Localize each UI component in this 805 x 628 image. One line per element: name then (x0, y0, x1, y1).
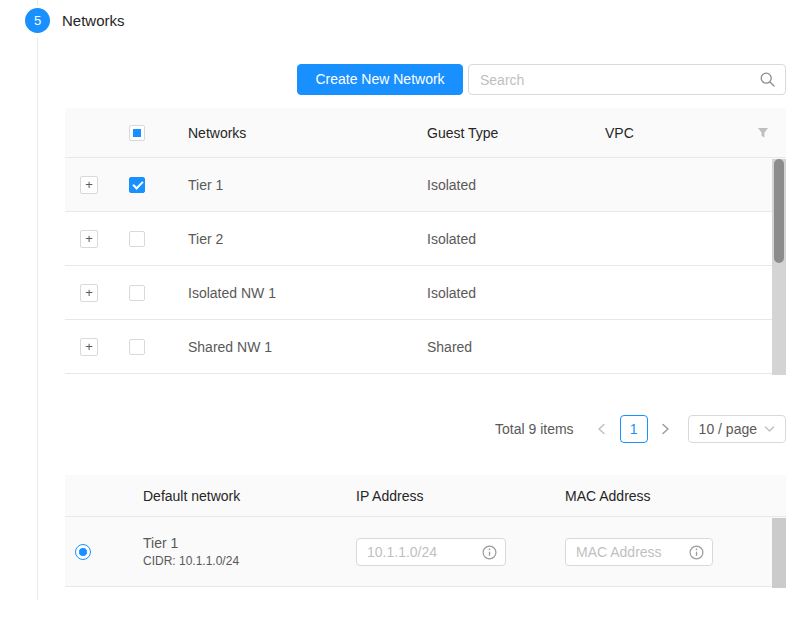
network-name: Tier 1 (161, 177, 411, 193)
column-header-guest-type: Guest Type (411, 125, 589, 141)
default-network-table: Default network IP Address MAC Address T… (65, 475, 786, 587)
search-box (468, 64, 786, 95)
ip-address-field (356, 538, 506, 566)
select-all-checkbox[interactable] (129, 125, 145, 141)
network-name: Tier 2 (161, 231, 411, 247)
step-connector-top (37, 0, 38, 5)
filter-icon[interactable] (757, 127, 769, 139)
expand-row-button[interactable]: + (80, 338, 98, 356)
networks-table-header: Networks Guest Type VPC (65, 108, 786, 158)
page-size-select[interactable]: 10 / page (688, 415, 786, 443)
info-icon (689, 545, 704, 560)
search-icon[interactable] (760, 72, 775, 87)
expand-row-button[interactable]: + (80, 176, 98, 194)
previous-page-button[interactable] (590, 415, 614, 443)
next-page-button[interactable] (654, 415, 678, 443)
page-number-button[interactable]: 1 (620, 415, 648, 443)
guest-type: Isolated (411, 285, 589, 301)
mac-address-field (565, 538, 713, 566)
guest-type: Shared (411, 339, 589, 355)
default-network-cidr: CIDR: 10.1.1.0/24 (143, 554, 340, 568)
page-size-value: 10 / page (699, 421, 757, 437)
default-network-name: Tier 1 (143, 535, 340, 551)
column-header-networks: Networks (161, 125, 411, 141)
scrollbar-thumb[interactable] (774, 159, 784, 263)
table-row[interactable]: + Shared NW 1 Shared (65, 320, 786, 374)
row-checkbox[interactable] (129, 285, 145, 301)
column-header-ip-address: IP Address (340, 488, 549, 504)
row-checkbox[interactable] (129, 339, 145, 355)
pagination: Total 9 items 1 10 / page (495, 415, 786, 443)
column-header-default-network: Default network (121, 488, 340, 504)
table-row[interactable]: + Tier 1 Isolated (65, 158, 786, 212)
column-header-mac-address: MAC Address (549, 488, 786, 504)
guest-type: Isolated (411, 231, 589, 247)
default-network-row[interactable]: Tier 1 CIDR: 10.1.1.0/24 (65, 517, 786, 587)
step-connector-line (37, 37, 38, 600)
pagination-total: Total 9 items (495, 421, 574, 437)
column-header-vpc: VPC (589, 125, 739, 141)
expand-row-button[interactable]: + (80, 230, 98, 248)
row-checkbox[interactable] (129, 231, 145, 247)
search-input[interactable] (469, 65, 785, 94)
step-title: Networks (62, 12, 125, 29)
table-scrollbar[interactable] (772, 159, 786, 375)
chevron-left-icon (597, 423, 606, 435)
step-number-badge: 5 (25, 8, 50, 33)
table-row[interactable]: + Tier 2 Isolated (65, 212, 786, 266)
chevron-down-icon (764, 425, 775, 433)
chevron-right-icon (661, 423, 670, 435)
default-network-table-header: Default network IP Address MAC Address (65, 475, 786, 517)
guest-type: Isolated (411, 177, 589, 193)
network-name: Shared NW 1 (161, 339, 411, 355)
default-network-radio[interactable] (75, 544, 91, 560)
create-new-network-button[interactable]: Create New Network (297, 64, 463, 95)
row-checkbox[interactable] (129, 177, 145, 193)
networks-wizard-step: 5 Networks Create New Network Networks G… (0, 0, 805, 628)
networks-table: Networks Guest Type VPC + Tier 1 Isolate… (65, 108, 786, 374)
expand-row-button[interactable]: + (80, 284, 98, 302)
table-scrollbar[interactable] (772, 518, 786, 588)
table-row[interactable]: + Isolated NW 1 Isolated (65, 266, 786, 320)
network-name: Isolated NW 1 (161, 285, 411, 301)
info-icon (482, 545, 497, 560)
